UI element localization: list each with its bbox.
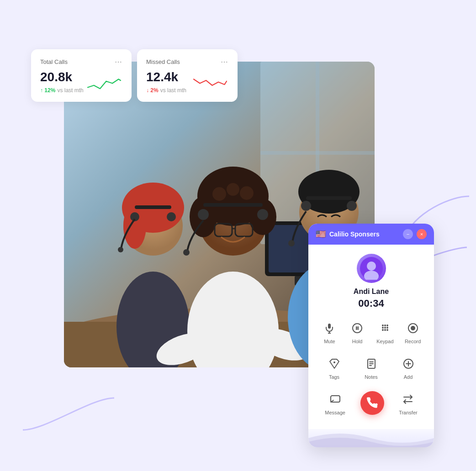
svg-rect-47 (328, 324, 331, 329)
call-widget-title-area: 🇺🇸 Calilio Sponsers (316, 229, 380, 239)
svg-rect-39 (306, 196, 352, 200)
svg-point-41 (347, 201, 357, 211)
close-button[interactable]: × (417, 229, 427, 239)
svg-point-64 (333, 361, 335, 363)
missed-calls-title: Missed Calls (146, 58, 180, 65)
action-row-2: Tags Notes (316, 352, 427, 382)
svg-point-35 (183, 249, 190, 256)
widget-wave (308, 429, 434, 447)
add-icon (400, 355, 417, 372)
svg-point-33 (198, 209, 209, 220)
mute-icon (321, 319, 338, 337)
message-label: Message (325, 410, 345, 415)
tags-button[interactable]: Tags (322, 352, 347, 382)
message-button[interactable]: Message (321, 388, 349, 418)
record-label: Record (405, 339, 421, 344)
record-button[interactable]: Record (401, 317, 425, 347)
svg-point-55 (386, 324, 388, 326)
add-button[interactable]: Add (396, 352, 421, 382)
total-calls-chart (86, 73, 122, 94)
svg-point-45 (367, 262, 376, 271)
call-widget: 🇺🇸 Calilio Sponsers − × Andi Lane 00:34 (308, 224, 434, 447)
svg-point-18 (118, 247, 123, 252)
notes-label: Notes (365, 374, 378, 380)
svg-point-59 (382, 329, 384, 331)
svg-point-61 (386, 329, 388, 331)
action-row-1: Mute Hold (316, 317, 427, 347)
tags-icon (326, 355, 343, 372)
svg-point-14 (123, 203, 146, 249)
svg-rect-52 (358, 326, 359, 330)
hold-label: Hold (352, 339, 363, 344)
svg-point-53 (382, 324, 384, 326)
svg-point-17 (167, 212, 176, 221)
transfer-label: Transfer (399, 410, 418, 415)
total-calls-menu[interactable]: ⋯ (115, 58, 122, 66)
record-icon (404, 319, 422, 337)
total-calls-change-label: vs last mth (57, 87, 83, 94)
notes-icon (363, 355, 380, 372)
svg-point-27 (227, 183, 239, 196)
total-calls-change: ↑ 12% (40, 87, 55, 94)
call-widget-title: Calilio Sponsers (329, 230, 380, 238)
call-widget-header: 🇺🇸 Calilio Sponsers − × (308, 224, 434, 245)
transfer-icon (399, 391, 417, 408)
keypad-label: Keypad (376, 339, 393, 344)
bottom-row: Message Transfer (316, 388, 427, 422)
missed-calls-menu[interactable]: ⋯ (221, 58, 228, 66)
svg-point-56 (382, 327, 384, 329)
tags-label: Tags (329, 374, 339, 380)
bottom-left-curve (18, 393, 119, 434)
svg-point-58 (386, 327, 388, 329)
svg-point-57 (384, 327, 386, 329)
minimize-button[interactable]: − (403, 229, 413, 239)
transfer-button[interactable]: Transfer (395, 388, 421, 418)
missed-calls-change: ↓ 2% (146, 87, 159, 94)
svg-point-34 (257, 209, 268, 220)
missed-calls-change-label: vs last mth (160, 87, 186, 94)
call-widget-controls: − × (403, 229, 427, 239)
svg-point-54 (384, 324, 386, 326)
notes-button[interactable]: Notes (359, 352, 384, 382)
mute-label: Mute (324, 339, 335, 344)
svg-point-50 (353, 324, 362, 333)
svg-point-42 (288, 240, 295, 246)
caller-avatar (357, 254, 386, 283)
hold-button[interactable]: Hold (345, 317, 370, 347)
svg-point-63 (411, 326, 415, 330)
missed-calls-value: 12.4k (146, 70, 192, 84)
missed-calls-chart (192, 73, 228, 94)
svg-point-26 (212, 187, 226, 201)
svg-point-40 (301, 201, 311, 211)
hold-icon (349, 319, 366, 337)
svg-point-28 (240, 186, 254, 200)
svg-rect-32 (203, 203, 263, 207)
stats-container: Total Calls ⋯ 20.8k ↑ 12% vs last mth Mi… (31, 49, 238, 102)
missed-calls-card: Missed Calls ⋯ 12.4k ↓ 2% vs last mth (137, 49, 238, 102)
keypad-button[interactable]: Keypad (373, 317, 397, 347)
call-widget-body: Andi Lane 00:34 Mute (308, 245, 434, 429)
caller-name: Andi Lane (316, 288, 427, 296)
message-icon (327, 391, 344, 408)
call-timer: 00:34 (316, 298, 427, 309)
svg-rect-51 (356, 326, 357, 330)
total-calls-title: Total Calls (40, 58, 68, 65)
total-calls-value: 20.8k (40, 70, 86, 84)
total-calls-card: Total Calls ⋯ 20.8k ↑ 12% vs last mth (31, 49, 132, 102)
add-label: Add (404, 374, 413, 380)
svg-rect-15 (135, 205, 171, 209)
keypad-icon (376, 319, 394, 337)
svg-point-60 (384, 329, 386, 331)
hangup-button[interactable] (360, 391, 384, 415)
mute-button[interactable]: Mute (317, 317, 342, 347)
flag-emoji: 🇺🇸 (316, 229, 326, 239)
